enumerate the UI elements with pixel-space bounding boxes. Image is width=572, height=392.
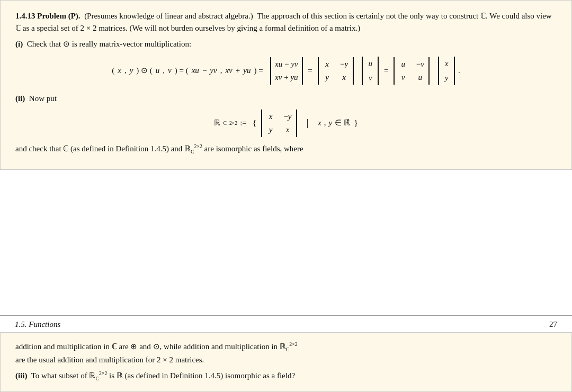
problem-title: 1.4.13 Problem (P). [15, 12, 81, 20]
part-ii-label: (ii) [15, 94, 25, 103]
problem-note: (Presumes knowledge of linear and abstra… [84, 12, 253, 20]
footer-line: 1.5. Functions 27 [0, 315, 572, 332]
middle-panel [0, 170, 572, 315]
matrix-uv: u −v v u [394, 57, 430, 85]
top-panel: 1.4.13 Problem (P). (Presumes knowledge … [0, 0, 572, 170]
col-vec-uv: u v [362, 57, 379, 86]
problem-intro: 1.4.13 Problem (P). (Presumes knowledge … [15, 10, 557, 35]
matrix-left: xu − yv xv + yu [270, 57, 302, 85]
col-vec-xy: x y [438, 57, 455, 86]
part-ii-continuation: and check that ℂ (as defined in Definiti… [15, 142, 557, 156]
matrix-xy: x −y y x [318, 57, 354, 85]
set-notation: ℝC2×2 := { x −y y x [214, 110, 358, 138]
part-ii-heading: (ii) Now put [15, 93, 557, 105]
footer-label: 1.5. Functions [15, 320, 60, 329]
footer-page: 27 [549, 320, 557, 329]
math-equation-i: (x, y) ⊙ (u, v) = (xu − yv, xv + yu) = x… [15, 57, 557, 86]
matrix-eq-i: (x, y) ⊙ (u, v) = (xu − yv, xv + yu) = x… [112, 57, 460, 86]
part-i-heading: (i) Check that ⊙ is really matrix-vector… [15, 38, 557, 50]
bottom-line-1: addition and multiplication in ℂ are ⊕ a… [15, 340, 557, 354]
bottom-text: addition and multiplication in ℂ are ⊕ a… [15, 340, 557, 383]
part-i-label: (i) [15, 40, 23, 48]
part-iii: (iii) To what subset of ℝC2×2 is ℝ (as d… [15, 369, 557, 383]
part-iii-label: (iii) [15, 371, 28, 380]
bottom-line-2: are the usual addition and multiplicatio… [15, 353, 557, 366]
set-definition: ℝC2×2 := { x −y y x [15, 110, 557, 138]
problem-text: 1.4.13 Problem (P). (Presumes knowledge … [15, 10, 557, 156]
matrix-set: x −y y x [261, 110, 297, 138]
bottom-panel: addition and multiplication in ℂ are ⊕ a… [0, 332, 572, 392]
